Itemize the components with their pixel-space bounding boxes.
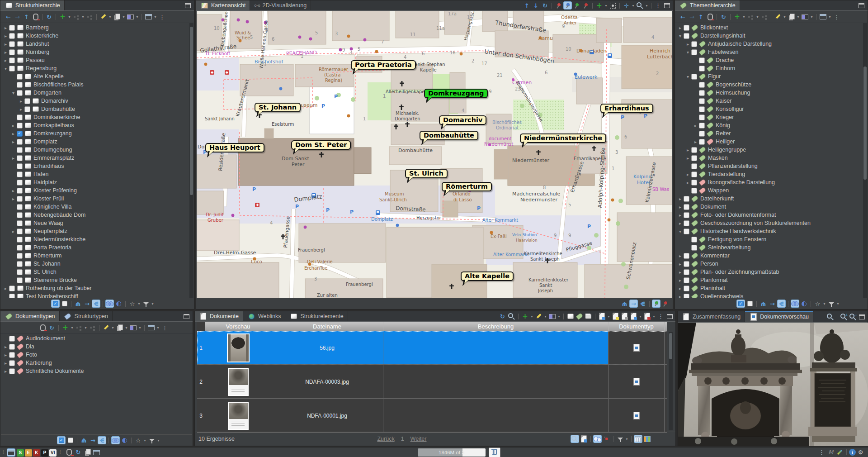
info-icon[interactable]: i [849, 449, 856, 456]
doc-export-icon[interactable] [580, 435, 588, 443]
dropdown-caret-icon[interactable]: ▾ [836, 302, 840, 306]
dropdown-caret-icon[interactable]: ▾ [156, 438, 160, 443]
add-icon[interactable]: + [521, 312, 529, 320]
dropdown-caret-icon[interactable]: ▾ [645, 4, 649, 8]
tree-item[interactable]: ▸Kloster Prüll [0, 195, 194, 203]
venn-single-icon[interactable] [120, 436, 129, 444]
checkbox[interactable] [17, 147, 23, 153]
scrollbar[interactable] [189, 23, 193, 300]
checkbox[interactable] [17, 269, 23, 275]
refresh-icon[interactable]: ↻ [541, 1, 549, 10]
expander-icon[interactable]: ▸ [2, 25, 9, 30]
magic-wand-icon[interactable] [835, 448, 844, 457]
refresh-icon[interactable]: ↻ [719, 13, 728, 21]
checkbox[interactable] [17, 155, 23, 161]
checkbox[interactable] [17, 253, 23, 259]
dropdown-caret-icon[interactable]: ▾ [70, 326, 74, 330]
map-callout[interactable]: Domkreuzgang [424, 89, 488, 98]
branch-split-icon[interactable]: Ψ [777, 300, 786, 308]
tree-item[interactable]: ▸Heiligengruppe [675, 146, 868, 154]
folder-icon[interactable] [584, 312, 593, 320]
checkbox[interactable] [9, 368, 15, 374]
up-arrow-icon[interactable]: ↑ [697, 13, 705, 21]
more-menu-icon[interactable]: ⋮ [656, 312, 665, 320]
map-callout[interactable]: Römerturm [442, 182, 492, 191]
more-menu-icon[interactable]: ⋮ [654, 1, 662, 10]
checkbox[interactable] [17, 131, 23, 137]
pin-remove-icon[interactable] [581, 1, 590, 10]
expander-icon[interactable]: ▸ [684, 42, 691, 47]
dropdown-caret-icon[interactable]: ▾ [151, 302, 155, 306]
gallery-view-icon[interactable] [643, 435, 651, 443]
map-view[interactable]: PPPPPPPPPPPGoliathstraßeTaubengäßchenWei… [197, 11, 672, 298]
filter-icon[interactable] [147, 436, 156, 444]
checkbox[interactable] [699, 106, 705, 112]
follow-arrow-icon[interactable]: → [89, 436, 97, 444]
edit-pencil-icon[interactable] [99, 13, 108, 21]
tab-strukturelemente[interactable]: Strukturelemente [285, 311, 348, 321]
panel-layout-icon[interactable] [147, 324, 156, 332]
venn-single-icon[interactable] [800, 300, 808, 308]
pin-red-icon[interactable] [554, 1, 563, 10]
checkbox[interactable] [24, 106, 30, 112]
checkbox[interactable] [17, 277, 23, 283]
map-callout[interactable]: Alte Kapelle [461, 271, 514, 281]
description-cell[interactable] [383, 331, 609, 364]
expander-icon[interactable]: ▸ [684, 156, 691, 161]
checkbox[interactable] [17, 74, 23, 80]
map-callout[interactable]: Porta Praetoria [351, 60, 416, 70]
star-filter-icon[interactable]: ☆ [128, 300, 137, 308]
tab-kartenansicht[interactable]: Kartenansicht [196, 0, 250, 10]
checkbox[interactable] [17, 204, 23, 210]
tree-item[interactable]: Hafen [0, 170, 194, 178]
branch-split-icon[interactable]: Ψ [92, 300, 100, 308]
tree-item[interactable]: ▸Nürnberg [0, 48, 194, 56]
venn-overlap-icon[interactable] [791, 300, 799, 308]
display-mode-icon[interactable] [801, 13, 809, 21]
copy-icon[interactable] [83, 448, 92, 457]
add-child-node-icon[interactable] [746, 13, 755, 21]
tree-item[interactable]: ▸Schriftliche Dokumente [0, 367, 193, 375]
add-icon[interactable]: + [61, 324, 70, 332]
tree-item[interactable]: ▸König [675, 121, 868, 129]
more-menu-icon[interactable]: ⋮ [832, 13, 841, 21]
branch-up-icon[interactable]: Ψ [80, 436, 88, 444]
tree-item[interactable]: Krieger [675, 113, 868, 121]
branch-up-icon[interactable]: Ψ [620, 300, 629, 308]
expander-icon[interactable]: ▸ [677, 278, 684, 283]
checkbox-mode-icon[interactable] [66, 436, 75, 444]
filter-icon[interactable] [827, 300, 835, 308]
tree-item[interactable]: ▸Domkapitelhaus [0, 121, 194, 129]
tree-item[interactable]: Römerturm [0, 252, 194, 260]
pan-move-icon[interactable] [622, 1, 631, 10]
table-row[interactable]: 2NDAFA-00003.jpg [197, 365, 667, 399]
dropdown-caret-icon[interactable]: ▾ [810, 15, 814, 19]
scrollbar[interactable] [669, 332, 673, 430]
table-view-icon[interactable] [634, 435, 642, 443]
branch-split-icon[interactable]: Ψ [638, 300, 647, 308]
checkbox[interactable] [699, 139, 705, 145]
tree-item[interactable]: ▸Planformat [675, 276, 868, 284]
expander-icon[interactable]: ▸ [677, 213, 684, 218]
dropdown-caret-icon[interactable]: ▾ [742, 15, 746, 19]
tab-dokumente[interactable]: Dokumente [195, 311, 243, 321]
expander-icon[interactable]: ▾ [677, 229, 684, 234]
checkbox[interactable] [684, 269, 689, 275]
checkbox[interactable] [691, 147, 697, 153]
checkbox[interactable] [684, 277, 689, 283]
copy-icon[interactable] [787, 13, 796, 21]
checkbox[interactable] [9, 33, 15, 39]
map-callout[interactable]: Haus Heuport [205, 143, 264, 152]
tree-item[interactable]: ▾Figur [675, 72, 868, 81]
add-icon[interactable]: + [733, 13, 741, 21]
display-mode-icon[interactable] [129, 324, 137, 332]
tree-item[interactable]: ▸Ikonografische Darstellung [675, 178, 868, 186]
tree-item[interactable]: Dominikanerkirche [0, 113, 194, 121]
tree-item[interactable]: Konsolfigur [675, 105, 868, 113]
tree-item[interactable]: ▸Foto [0, 351, 193, 359]
expander-icon[interactable]: ▾ [10, 90, 17, 95]
display-mode-icon[interactable] [548, 312, 557, 320]
add-child-node-icon[interactable] [75, 324, 83, 332]
expander-icon[interactable]: ▸ [10, 131, 17, 136]
dropdown-caret-icon[interactable]: ▾ [604, 4, 608, 8]
